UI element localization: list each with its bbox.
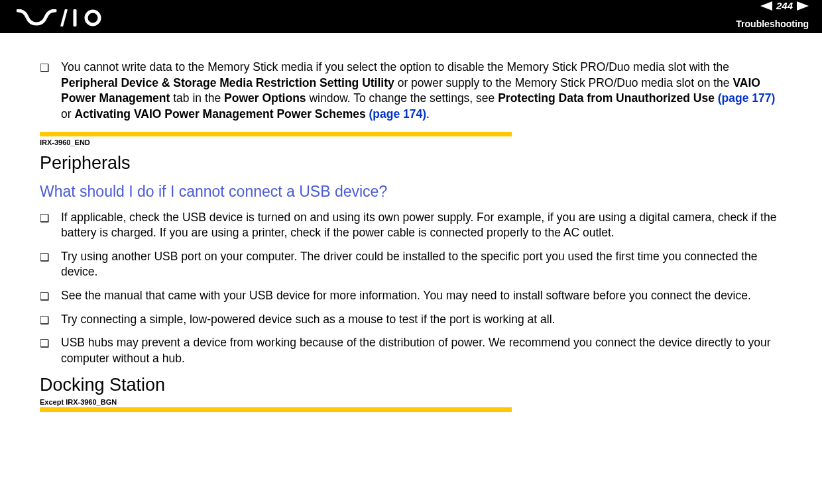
page-content: ❑ You cannot write data to the Memory St… bbox=[0, 33, 822, 412]
bullet-text: Try using another USB port on your compu… bbox=[61, 249, 782, 280]
next-page-arrow-icon[interactable] bbox=[797, 1, 809, 11]
usb-question-heading: What should I do if I cannot connect a U… bbox=[40, 183, 782, 201]
page-header: 244 Troubleshooting bbox=[0, 0, 822, 33]
memory-stick-note: ❑ You cannot write data to the Memory St… bbox=[40, 60, 782, 123]
model-annotation-end: IRX-3960_END bbox=[40, 138, 782, 146]
page-number: 244 bbox=[776, 0, 793, 11]
bullet-text: You cannot write data to the Memory Stic… bbox=[61, 60, 782, 123]
list-item: ❑ See the manual that came with your USB… bbox=[40, 288, 782, 304]
svg-line-0 bbox=[62, 9, 66, 26]
vaio-logo bbox=[17, 9, 106, 29]
svg-point-2 bbox=[86, 11, 99, 25]
bullet-text: See the manual that came with your USB d… bbox=[61, 288, 782, 304]
bullet-text: USB hubs may prevent a device from worki… bbox=[61, 335, 782, 366]
bullet-icon: ❑ bbox=[40, 336, 49, 368]
list-item: ❑ If applicable, check the USB device is… bbox=[40, 210, 782, 241]
divider-bar bbox=[40, 132, 512, 136]
header-section-label: Troubleshooting bbox=[736, 19, 809, 29]
docking-station-heading: Docking Station bbox=[40, 375, 782, 395]
bullet-text: Try connecting a simple, low-powered dev… bbox=[61, 312, 782, 328]
model-annotation-begin: Except IRX-3960_BGN bbox=[40, 398, 782, 406]
bullet-icon: ❑ bbox=[40, 61, 49, 124]
divider-bar bbox=[40, 407, 512, 412]
prev-page-arrow-icon[interactable] bbox=[760, 1, 772, 11]
list-item: ❑ Try connecting a simple, low-powered d… bbox=[40, 312, 782, 328]
page-177-link[interactable]: (page 177) bbox=[718, 91, 776, 105]
peripherals-heading: Peripherals bbox=[40, 153, 782, 174]
page-174-link[interactable]: (page 174) bbox=[369, 107, 427, 121]
bullet-text: If applicable, check the USB device is t… bbox=[61, 210, 782, 241]
nav-arrows: 244 bbox=[760, 0, 809, 11]
list-item: ❑ Try using another USB port on your com… bbox=[40, 249, 782, 280]
svg-marker-4 bbox=[797, 1, 809, 11]
svg-marker-3 bbox=[760, 1, 772, 11]
bullet-icon: ❑ bbox=[40, 211, 49, 242]
bullet-icon: ❑ bbox=[40, 289, 49, 305]
list-item: ❑ USB hubs may prevent a device from wor… bbox=[40, 335, 782, 366]
bullet-icon: ❑ bbox=[40, 250, 49, 281]
bullet-icon: ❑ bbox=[40, 313, 49, 329]
